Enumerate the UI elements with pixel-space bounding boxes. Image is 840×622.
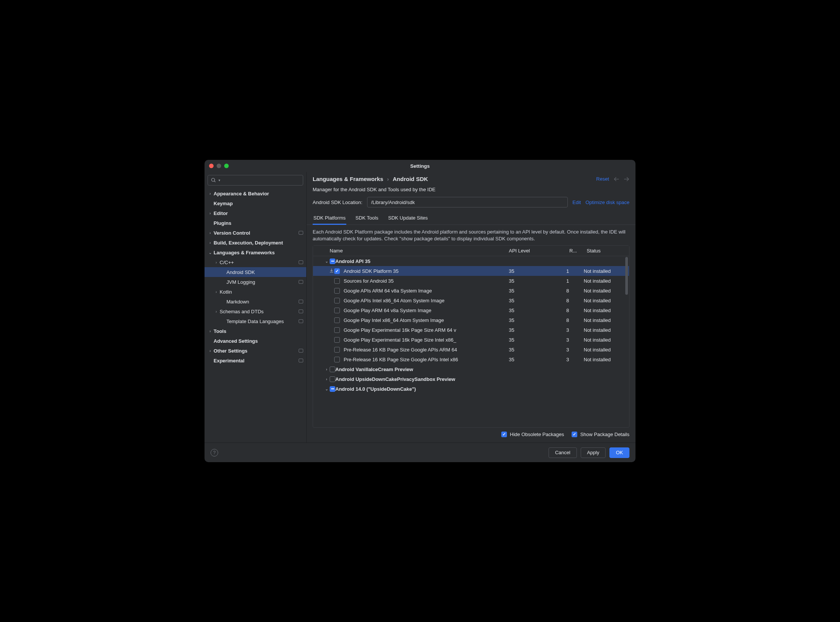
sidebar-item-android-sdk[interactable]: Android SDK	[205, 267, 306, 277]
sidebar-item-template-data-languages[interactable]: Template Data Languages	[205, 316, 306, 326]
search-input[interactable]: ▾	[208, 175, 303, 186]
maximize-icon[interactable]	[224, 164, 229, 168]
breadcrumb-parent[interactable]: Languages & Frameworks	[313, 176, 383, 182]
apply-button[interactable]: Apply	[581, 447, 606, 458]
sidebar-item-label: Build, Execution, Deployment	[214, 240, 303, 246]
package-checkbox[interactable]	[334, 327, 340, 333]
cancel-button[interactable]: Cancel	[549, 447, 577, 458]
hide-obsolete-checkbox[interactable]: Hide Obsolete Packages	[501, 432, 564, 437]
package-name: Google Play Experimental 16k Page Size I…	[340, 337, 506, 343]
revision: 3	[566, 337, 584, 343]
table-row[interactable]: ⌄Android 14.0 ("UpsideDownCake")	[313, 384, 629, 394]
tab-sdk-platforms[interactable]: SDK Platforms	[313, 212, 346, 224]
package-name: Google Play Experimental 16k Page Size A…	[340, 327, 506, 333]
package-checkbox[interactable]	[334, 347, 340, 353]
table-row[interactable]: Google APIs Intel x86_64 Atom System Ima…	[313, 296, 629, 305]
package-checkbox[interactable]	[330, 386, 335, 392]
table-row[interactable]: Google Play Intel x86_64 Atom System Ima…	[313, 315, 629, 325]
project-scope-icon	[299, 300, 303, 303]
sidebar-item-label: Editor	[214, 210, 303, 216]
table-row[interactable]: Pre-Release 16 KB Page Size Google APIs …	[313, 345, 629, 354]
package-name: Sources for Android 35	[340, 278, 506, 284]
package-checkbox[interactable]	[334, 308, 340, 313]
table-row[interactable]: Google APIs ARM 64 v8a System Image358No…	[313, 286, 629, 296]
show-details-label: Show Package Details	[580, 432, 629, 437]
col-api-level[interactable]: API Level	[506, 248, 566, 254]
sidebar-item-build-execution-deployment[interactable]: ›Build, Execution, Deployment	[205, 238, 306, 248]
package-checkbox[interactable]	[330, 376, 335, 382]
api-level: 35	[506, 288, 566, 294]
back-icon[interactable]	[614, 177, 620, 181]
optimize-disk-button[interactable]: Optimize disk space	[586, 200, 629, 205]
search-caret: ▾	[219, 178, 220, 182]
package-checkbox[interactable]	[334, 268, 340, 274]
status: Not installed	[584, 357, 629, 362]
help-icon[interactable]: ?	[211, 449, 218, 456]
close-icon[interactable]	[209, 164, 214, 168]
scrollbar-thumb[interactable]	[625, 257, 628, 295]
sidebar-item-tools[interactable]: ›Tools	[205, 326, 306, 336]
package-checkbox[interactable]	[334, 337, 340, 343]
table-row[interactable]: ›Android UpsideDownCakePrivacySandbox Pr…	[313, 374, 629, 384]
sidebar-item-version-control[interactable]: ›Version Control	[205, 228, 306, 238]
revision: 1	[566, 268, 584, 274]
forward-icon[interactable]	[623, 177, 629, 181]
sidebar-item-jvm-logging[interactable]: JVM Logging	[205, 277, 306, 287]
sdk-location-row: Android SDK Location: Edit Optimize disk…	[307, 194, 635, 212]
sidebar-item-markdown[interactable]: Markdown	[205, 297, 306, 306]
revision: 8	[566, 298, 584, 303]
package-checkbox[interactable]	[334, 317, 340, 323]
chevron-icon[interactable]: ›	[324, 377, 330, 381]
table-row[interactable]: Google Play Experimental 16k Page Size A…	[313, 325, 629, 335]
table-row[interactable]: Pre-Release 16 KB Page Size Google APIs …	[313, 354, 629, 364]
table-row[interactable]: Sources for Android 35351Not installed	[313, 276, 629, 286]
package-checkbox[interactable]	[334, 288, 340, 294]
sidebar-item-plugins[interactable]: Plugins	[205, 218, 306, 228]
sidebar-item-c-c-[interactable]: ›C/C++	[205, 257, 306, 267]
sidebar-item-label: C/C++	[220, 260, 297, 265]
reset-button[interactable]: Reset	[596, 176, 609, 182]
tab-sdk-tools[interactable]: SDK Tools	[355, 212, 379, 224]
package-checkbox[interactable]	[334, 298, 340, 303]
api-level: 35	[506, 268, 566, 274]
chevron-icon: ›	[213, 309, 220, 314]
edit-button[interactable]: Edit	[572, 200, 581, 205]
table-row[interactable]: ⌄Android API 35	[313, 256, 629, 266]
tab-sdk-update-sites[interactable]: SDK Update Sites	[387, 212, 429, 224]
sidebar-item-schemas-and-dtds[interactable]: ›Schemas and DTDs	[205, 306, 306, 316]
package-checkbox[interactable]	[330, 367, 335, 372]
sidebar-item-other-settings[interactable]: ›Other Settings	[205, 346, 306, 356]
sidebar-item-kotlin[interactable]: ›Kotlin	[205, 287, 306, 297]
sidebar-item-label: Android SDK	[226, 269, 303, 275]
revision: 3	[566, 327, 584, 333]
project-scope-icon	[299, 260, 303, 264]
ok-button[interactable]: OK	[609, 447, 629, 458]
table-row[interactable]: Android SDK Platform 35351Not installed	[313, 266, 629, 276]
checkbox-checked-icon	[501, 432, 507, 437]
chevron-icon[interactable]: ⌄	[324, 387, 330, 391]
table-row[interactable]: Google Play Experimental 16k Page Size I…	[313, 335, 629, 345]
col-status[interactable]: Status	[584, 248, 629, 254]
sidebar-item-editor[interactable]: ›Editor	[205, 208, 306, 218]
package-checkbox[interactable]	[334, 357, 340, 362]
table-row[interactable]: Google Play ARM 64 v8a System Image358No…	[313, 305, 629, 315]
breadcrumb: Languages & Frameworks › Android SDK	[313, 176, 596, 182]
col-name[interactable]: Name	[313, 248, 506, 254]
hide-obsolete-label: Hide Obsolete Packages	[510, 432, 564, 437]
sidebar-item-languages-frameworks[interactable]: ⌄Languages & Frameworks	[205, 248, 306, 257]
col-revision[interactable]: R...	[566, 248, 584, 254]
sidebar-item-experimental[interactable]: Experimental	[205, 356, 306, 365]
chevron-icon[interactable]: ⌄	[324, 259, 330, 263]
status: Not installed	[584, 268, 629, 274]
table-row[interactable]: ›Android VanillaIceCream Preview	[313, 364, 629, 374]
sidebar-item-advanced-settings[interactable]: Advanced Settings	[205, 336, 306, 346]
show-details-checkbox[interactable]: Show Package Details	[572, 432, 629, 437]
sidebar-item-appearance-behavior[interactable]: ›Appearance & Behavior	[205, 189, 306, 198]
minimize-icon[interactable]	[217, 164, 221, 168]
sidebar-item-keymap[interactable]: Keymap	[205, 198, 306, 208]
package-checkbox[interactable]	[330, 258, 335, 264]
titlebar: Settings	[205, 160, 635, 172]
sdk-location-input[interactable]	[367, 197, 568, 207]
chevron-icon[interactable]: ›	[324, 367, 330, 371]
package-checkbox[interactable]	[334, 278, 340, 284]
